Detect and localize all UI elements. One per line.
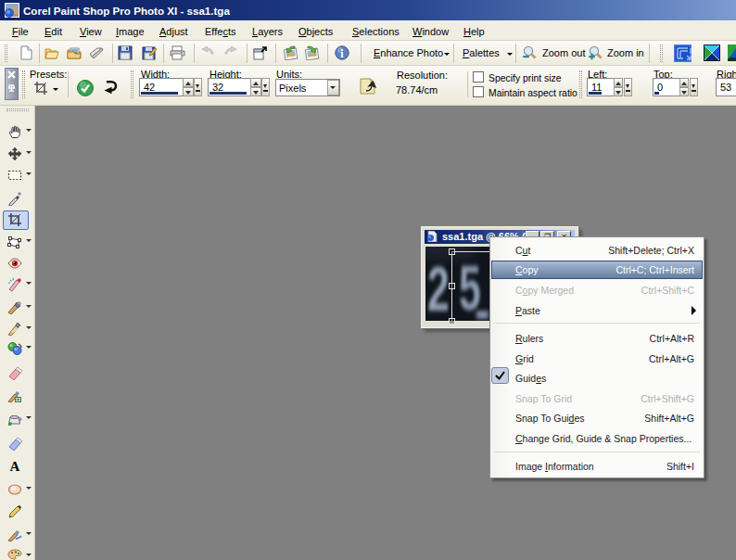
svg-text:A: A (10, 459, 20, 474)
